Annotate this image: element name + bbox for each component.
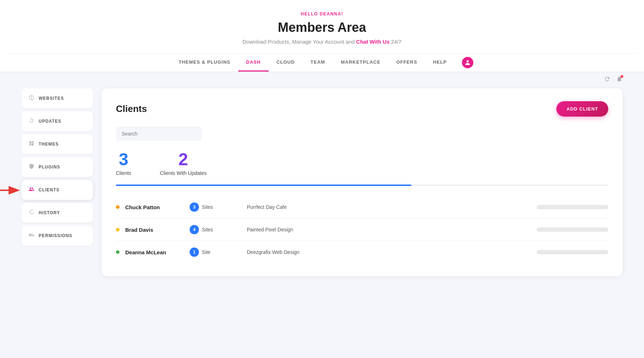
sidebar-label-themes: THEMES (39, 142, 59, 147)
plugins-icon (29, 163, 34, 171)
panel-title: Clients (116, 103, 147, 114)
toolbar-row (0, 72, 644, 88)
sidebar-label-history: HISTORY (39, 210, 60, 215)
notification-icon[interactable] (616, 76, 623, 84)
client-sites-badge: 3 Sites (190, 202, 247, 212)
sidebar-label-permissions: PERMISSIONS (39, 233, 72, 238)
search-input[interactable] (116, 127, 202, 141)
header-subtitle: Download Products, Manage Your Account a… (7, 39, 637, 45)
client-name: Chuck Patton (125, 204, 190, 210)
updates-label: Clients With Updates (160, 170, 207, 176)
user-icon (465, 60, 470, 65)
arrow-indicator (0, 185, 21, 196)
content-panel: Clients ADD CLIENT 3 Clients 2 Clients W… (102, 88, 623, 276)
subtitle-suffix: 24/7 (391, 39, 401, 45)
sidebar-item-themes[interactable]: THEMES (21, 134, 93, 154)
sidebar: WEBSITES UPDATES THEMES (21, 88, 93, 246)
header: HELLO DEANNA! Members Area Download Prod… (0, 0, 644, 72)
client-list: Chuck Patton 3 Sites Purrfect Day Cafe B… (116, 196, 608, 263)
arrow-wrapper (0, 185, 21, 196)
tab-team[interactable]: TEAM (303, 54, 333, 72)
client-name: Brad Davis (125, 227, 190, 233)
sidebar-item-permissions[interactable]: PERMISSIONS (21, 226, 93, 246)
panel-header: Clients ADD CLIENT (116, 101, 608, 117)
sidebar-item-clients[interactable]: CLIENTS (21, 180, 93, 200)
progress-bar (116, 185, 608, 186)
sidebar-label-plugins: PLUGINS (39, 165, 60, 170)
status-dot-green (116, 250, 119, 254)
sidebar-wrapper: WEBSITES UPDATES THEMES (21, 88, 93, 276)
client-company: Deezgrafix Web Design (247, 249, 537, 255)
sidebar-label-updates: UPDATES (39, 119, 61, 124)
client-sites-badge: 1 Site (190, 247, 247, 257)
tab-dash[interactable]: DASH (238, 54, 269, 72)
sites-count-badge: 1 (190, 247, 199, 257)
sidebar-label-websites: WEBSITES (39, 96, 64, 101)
globe-icon (29, 95, 34, 102)
tab-themes-plugins[interactable]: THEMES & PLUGINS (171, 54, 238, 72)
header-greeting: HELLO DEANNA! (7, 11, 637, 16)
client-redacted (537, 227, 608, 232)
stats-row: 3 Clients 2 Clients With Updates (116, 151, 608, 176)
client-company: Painted Pixel Design (247, 227, 537, 232)
sites-count-badge: 3 (190, 202, 199, 212)
client-redacted (537, 205, 608, 209)
main-content: WEBSITES UPDATES THEMES (0, 88, 644, 290)
sidebar-item-websites[interactable]: WEBSITES (21, 88, 93, 108)
table-row[interactable]: Deanna McLean 1 Site Deezgrafix Web Desi… (116, 241, 608, 263)
add-client-button[interactable]: ADD CLIENT (556, 101, 608, 117)
tab-help[interactable]: HELP (425, 54, 455, 72)
sidebar-item-updates[interactable]: UPDATES (21, 111, 93, 131)
client-sites-badge: 4 Sites (190, 225, 247, 234)
sidebar-item-plugins[interactable]: PLUGINS (21, 157, 93, 177)
status-dot-orange (116, 205, 119, 209)
sidebar-label-clients: CLIENTS (39, 187, 59, 192)
notification-dot (620, 75, 623, 78)
clients-count: 3 (116, 151, 131, 168)
tab-marketplace[interactable]: MARKETPLACE (333, 54, 389, 72)
sites-text: Sites (202, 204, 213, 210)
status-dot-yellow (116, 228, 119, 231)
client-company: Purrfect Day Cafe (247, 204, 537, 210)
tab-offers[interactable]: OFFERS (388, 54, 425, 72)
updates-count: 2 (160, 151, 207, 168)
sidebar-item-history[interactable]: HISTORY (21, 203, 93, 223)
chat-link[interactable]: Chat With Us (356, 39, 390, 45)
stat-updates: 2 Clients With Updates (160, 151, 207, 176)
updates-icon (29, 118, 34, 125)
sites-count-badge: 4 (190, 225, 199, 234)
themes-icon (29, 141, 34, 148)
user-avatar[interactable] (462, 57, 473, 68)
client-name: Deanna McLean (125, 249, 190, 255)
subtitle-static: Download Products, Manage Your Account a… (243, 39, 355, 45)
clients-icon (29, 186, 34, 193)
clients-label: Clients (116, 170, 131, 176)
refresh-icon[interactable] (604, 76, 610, 84)
table-row[interactable]: Brad Davis 4 Sites Painted Pixel Design (116, 219, 608, 241)
history-icon (29, 209, 34, 216)
sites-text: Sites (202, 227, 213, 232)
permissions-icon (29, 232, 34, 239)
header-title: Members Area (7, 20, 637, 35)
progress-bar-fill (116, 185, 411, 186)
client-redacted (537, 250, 608, 254)
table-row[interactable]: Chuck Patton 3 Sites Purrfect Day Cafe (116, 196, 608, 219)
nav-tabs: THEMES & PLUGINS DASH CLOUD TEAM MARKETP… (7, 53, 637, 72)
tab-cloud[interactable]: CLOUD (269, 54, 303, 72)
stat-clients: 3 Clients (116, 151, 131, 176)
sites-text: Site (202, 249, 210, 255)
